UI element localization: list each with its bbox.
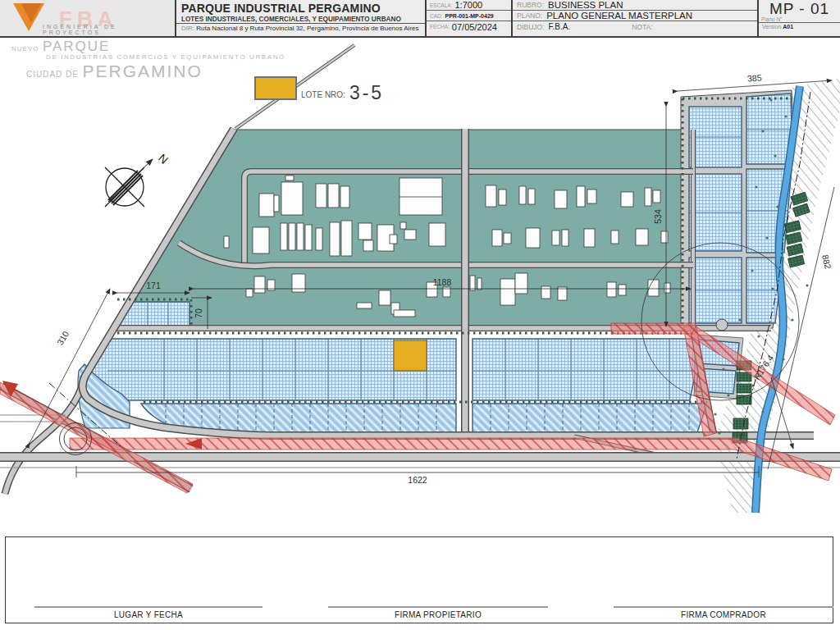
dim-534: 534 [653, 209, 663, 224]
dim-882: 882 [820, 253, 833, 270]
watermark-parque: PARQUE [43, 39, 111, 54]
version-value: A01 [783, 24, 793, 30]
signature-propietario: FIRMA PROPIETARIO [328, 606, 548, 619]
rubro-cell: RUBRO: BUSINESS PLAN PLANO: PLANO GENERA… [513, 0, 759, 36]
north-label: N [156, 151, 171, 167]
north-compass: N [105, 151, 171, 207]
signature-comprador: FIRMA COMPRADOR [614, 606, 833, 619]
watermark-nuevo: NUEVO [11, 45, 39, 52]
escala-value: 1:7000 [454, 0, 482, 10]
plano-value: PLANO GENERAL MASTERPLAN [546, 11, 692, 21]
watermark-pergamino: PERGAMINO [82, 62, 202, 80]
fecha-label: FECHA: [430, 24, 450, 30]
title-block: FBA INGENIERIA DE PROYECTOS PARQUE INDUS… [0, 0, 840, 38]
plano-label: PLANO: [517, 11, 542, 20]
legend-lot-label: LOTE NRO: [301, 90, 345, 100]
dim-1188: 1188 [433, 277, 452, 287]
scale-cell: ESCALA: 1:7000 CAD: PPR-001-MP-0429 FECH… [427, 0, 513, 36]
legend-lot-swatch [254, 76, 297, 100]
lot-legend: LOTE NRO: 3-5 [254, 76, 384, 100]
version-label: Version [762, 24, 781, 30]
project-title: PARQUE INDUSTRIAL PERGAMINO [181, 2, 420, 15]
fecha-value: 07/05/2024 [452, 22, 497, 32]
company-tagline: INGENIERIA DE PROYECTOS [43, 24, 175, 35]
dim-385: 385 [747, 72, 762, 83]
site-plan-drawing: 385 534 882 310 171 70 1188 1622 R176.4 … [0, 0, 840, 630]
dibujo-value: F.B.A. [549, 22, 571, 31]
company-logo-cell: FBA INGENIERIA DE PROYECTOS [0, 0, 176, 36]
company-logo-icon-inner [21, 3, 41, 23]
cad-label: CAD: [430, 13, 443, 19]
dim-171: 171 [146, 281, 161, 290]
dim-70: 70 [194, 308, 203, 318]
lot-row-b-right [472, 404, 707, 432]
sheet-no-label: Plano N° [761, 16, 783, 22]
highlighted-lot-3-5[interactable] [394, 340, 427, 371]
signature-lugar-fecha: LUGAR Y FECHA [34, 606, 262, 619]
watermark-ciudad: CIUDAD DE [26, 70, 79, 79]
project-subtitle: LOTES INDUSTRIALES, COMERCIALES, Y EQUIP… [181, 16, 420, 23]
nota-label: NOTA: [632, 23, 652, 31]
watermark-line2: DE INDUSTRIAS COMERCIOS Y EQUIPAMIENTO U… [46, 54, 285, 61]
dir-label: DIR: [181, 25, 194, 32]
masterplan-sheet: 385 534 882 310 171 70 1188 1622 R176.4 … [0, 0, 840, 630]
sheet-code: MP - 01 [769, 0, 829, 17]
rubro-value: BUSINESS PLAN [548, 0, 623, 10]
cad-value: PPR-001-MP-0429 [445, 13, 494, 19]
legend-lot-value: 3-5 [349, 85, 384, 100]
escala-label: ESCALA: [430, 2, 452, 8]
project-title-cell: PARQUE INDUSTRIAL PERGAMINO LOTES INDUST… [176, 0, 427, 36]
dir-value: Ruta Nacional 8 y Ruta Provincial 32, Pe… [196, 25, 418, 32]
dim-310: 310 [55, 329, 71, 346]
rubro-label: RUBRO: [517, 1, 544, 9]
dim-1622: 1622 [408, 475, 427, 485]
sheet-number-cell: MP - 01 Plano N° Version A01 [759, 0, 840, 36]
signature-box: LUGAR Y FECHA FIRMA PROPIETARIO FIRMA CO… [5, 536, 833, 623]
watermark-text: NUEVO PARQUE DE INDUSTRIAS COMERCIOS Y E… [11, 39, 285, 80]
lot-row-a-right [472, 339, 702, 400]
dibujo-label: DIBUJO: [517, 23, 545, 31]
